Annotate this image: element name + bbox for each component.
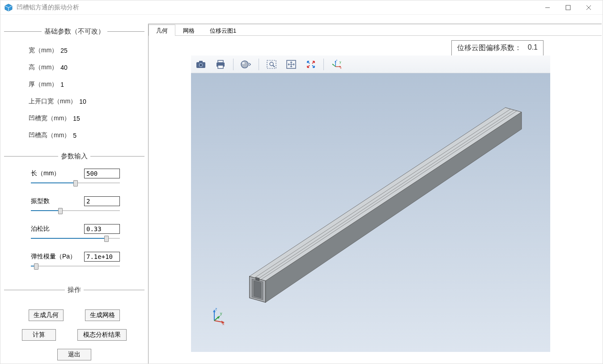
viewport-toolbar: zyx <box>191 55 550 73</box>
generate-geometry-button[interactable]: 生成几何 <box>29 309 64 321</box>
svg-text:y: y <box>340 60 341 64</box>
svg-rect-5 <box>566 5 570 10</box>
input-params-title: 参数输入 <box>61 152 88 161</box>
basic-param-row: 上开口宽（mm）10 <box>4 93 144 110</box>
axis-gizmo: z y x <box>208 307 226 325</box>
exit-button[interactable]: 退出 <box>57 349 91 360</box>
generate-mesh-button[interactable]: 生成网格 <box>85 309 120 321</box>
param-input[interactable] <box>84 196 120 206</box>
input-label: 泊松比 <box>31 225 50 233</box>
param-slider[interactable] <box>31 179 120 186</box>
modal-results-button[interactable]: 模态分析结果 <box>77 329 127 341</box>
param-input[interactable] <box>84 252 120 262</box>
param-label: 高（mm） <box>29 63 58 72</box>
window-title: 凹槽铝方通的振动分析 <box>17 4 79 12</box>
svg-text:x: x <box>340 66 342 69</box>
svg-marker-31 <box>266 112 522 303</box>
svg-point-15 <box>241 61 248 68</box>
basic-param-row: 凹槽宽（mm）15 <box>4 110 144 127</box>
basic-params-title: 基础参数（不可改） <box>44 27 105 36</box>
param-value: 1 <box>60 81 64 88</box>
param-label: 宽（mm） <box>29 47 58 55</box>
param-value: 5 <box>73 132 76 139</box>
param-slider[interactable] <box>31 235 120 242</box>
input-param-group: 弹性模量（Pa） <box>4 250 144 278</box>
toolbar-separator <box>323 59 324 70</box>
input-param-group: 泊松比 <box>4 222 144 250</box>
zoom-select-icon[interactable] <box>264 57 279 72</box>
viewport-area: 几何网格位移云图1 位移云图偏移系数： 0.1 zyx <box>148 24 602 364</box>
svg-point-11 <box>200 64 202 66</box>
param-value: 10 <box>79 98 86 105</box>
displacement-coef-label: 位移云图偏移系数： 0.1 <box>451 40 544 56</box>
param-value: 15 <box>73 115 80 122</box>
param-input[interactable] <box>84 224 120 234</box>
toolbar-separator <box>233 59 234 70</box>
basic-param-row: 厚（mm）1 <box>4 76 144 93</box>
svg-text:y: y <box>220 311 222 316</box>
basic-param-row: 宽（mm）25 <box>4 42 144 59</box>
svg-rect-17 <box>267 60 276 68</box>
svg-line-32 <box>255 109 511 278</box>
input-label: 振型数 <box>31 197 50 205</box>
param-label: 上开口宽（mm） <box>29 97 76 106</box>
svg-rect-9 <box>199 61 203 63</box>
svg-marker-37 <box>254 281 261 298</box>
coef-label-text: 位移云图偏移系数： <box>457 43 522 53</box>
param-slider[interactable] <box>31 207 120 214</box>
tab[interactable]: 几何 <box>149 25 175 36</box>
svg-text:z: z <box>336 59 338 61</box>
param-input[interactable] <box>84 169 120 178</box>
svg-rect-14 <box>218 65 223 68</box>
input-label: 弹性模量（Pa） <box>31 253 76 261</box>
param-value: 40 <box>60 64 68 71</box>
axis-triad-icon[interactable]: zyx <box>329 57 344 72</box>
app-icon <box>4 3 13 12</box>
svg-text:z: z <box>215 307 217 311</box>
zoom-extents-icon[interactable] <box>284 57 298 72</box>
sidebar: 基础参数（不可改） 宽（mm）25高（mm）40厚（mm）1上开口宽（mm）10… <box>0 15 148 364</box>
svg-point-18 <box>270 62 273 66</box>
compute-button[interactable]: 计算 <box>22 329 56 341</box>
param-label: 凹槽宽（mm） <box>29 114 70 123</box>
svg-text:x: x <box>222 322 225 325</box>
basic-param-row: 高（mm）40 <box>4 59 144 76</box>
render-style-icon[interactable] <box>239 57 253 72</box>
geometry-render <box>191 73 550 352</box>
svg-line-34 <box>261 111 517 279</box>
svg-rect-12 <box>218 60 223 63</box>
toolbar-separator <box>259 59 259 70</box>
param-slider[interactable] <box>31 262 120 270</box>
param-label: 凹槽高（mm） <box>29 131 70 140</box>
camera-icon[interactable] <box>194 57 208 72</box>
input-param-group: 长（mm） <box>4 167 144 195</box>
3d-render-area[interactable]: z y x <box>191 73 550 352</box>
svg-line-33 <box>259 110 514 279</box>
tab[interactable]: 网格 <box>175 25 202 36</box>
tabs: 几何网格位移云图1 <box>149 24 602 36</box>
basic-param-row: 凹槽高（mm）5 <box>4 127 144 144</box>
minimize-button[interactable] <box>537 1 558 14</box>
coef-value: 0.1 <box>528 43 538 53</box>
print-icon[interactable] <box>213 57 228 72</box>
param-label: 厚（mm） <box>29 80 58 89</box>
param-value: 25 <box>60 47 68 54</box>
tab[interactable]: 位移云图1 <box>202 25 244 36</box>
zoom-full-icon[interactable] <box>304 57 318 72</box>
input-label: 长（mm） <box>31 169 60 178</box>
maximize-button[interactable] <box>558 1 578 14</box>
close-button[interactable] <box>578 1 599 14</box>
titlebar: 凹槽铝方通的振动分析 <box>0 0 603 15</box>
svg-point-16 <box>242 62 245 64</box>
svg-line-19 <box>273 65 275 67</box>
svg-marker-30 <box>249 108 521 281</box>
input-param-group: 振型数 <box>4 195 144 222</box>
actions-title: 操作 <box>68 286 81 294</box>
